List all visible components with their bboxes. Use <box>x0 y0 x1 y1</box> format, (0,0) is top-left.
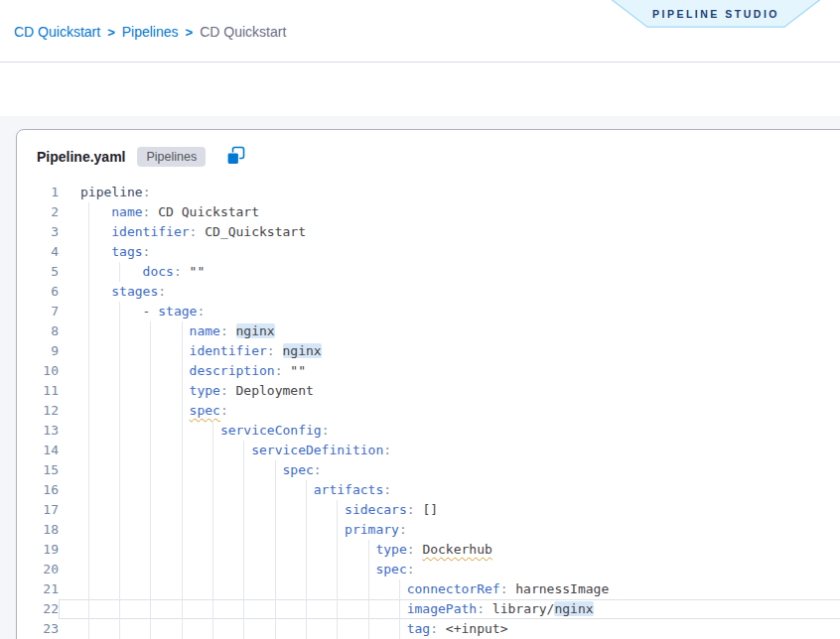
indent-guide <box>306 560 307 579</box>
indent-guide <box>150 500 151 520</box>
indent-guide <box>275 619 276 639</box>
copy-yaml-button[interactable] <box>225 146 246 167</box>
indent-guide <box>212 599 213 619</box>
yaml-token: stage <box>158 304 197 319</box>
editor-line[interactable]: 2name: CD Quickstart <box>17 202 840 222</box>
indent-guide <box>150 341 151 361</box>
line-number: 8 <box>17 321 59 341</box>
indent-guide <box>119 540 120 560</box>
indent-guide <box>306 619 307 639</box>
indent-guide <box>243 599 244 619</box>
indent-guide <box>150 441 151 460</box>
indent-guide <box>212 540 213 560</box>
indent-guide <box>182 520 183 540</box>
editor-line[interactable]: 17sidecars: [] <box>17 500 840 520</box>
indent-guide <box>368 619 369 639</box>
editor-line[interactable]: 7- stage: <box>17 302 840 321</box>
indent-guide <box>119 381 120 401</box>
editor-line[interactable]: 5docs: "" <box>17 262 840 282</box>
editor-line[interactable]: 22imagePath: library/nginx <box>17 599 840 619</box>
indent-guide <box>368 599 369 619</box>
indent-guide <box>150 599 151 619</box>
editor-line[interactable]: 21connectorRef: harnessImage <box>17 579 840 599</box>
indent-guide <box>243 480 244 500</box>
yaml-token: harnessImage <box>515 581 609 596</box>
editor-line[interactable]: 10description: "" <box>17 361 840 381</box>
editor-line[interactable]: 11type: Deployment <box>17 381 840 401</box>
editor-line[interactable]: 16artifacts: <box>17 480 840 500</box>
indent-guide <box>119 341 120 361</box>
yaml-token: : <box>143 185 151 199</box>
line-number: 17 <box>17 500 59 520</box>
editor-line[interactable]: 15spec: <box>17 460 840 480</box>
indent-guide <box>337 500 338 520</box>
indent-guide <box>275 560 276 579</box>
indent-guide <box>182 401 183 421</box>
indent-guide <box>399 599 400 619</box>
yaml-token: : <box>220 403 228 418</box>
editor-line[interactable]: 14serviceDefinition: <box>17 441 840 460</box>
yaml-token: : <box>220 323 236 338</box>
indent-guide <box>337 619 338 639</box>
indent-guide <box>306 599 307 619</box>
yaml-token: spec <box>190 403 220 418</box>
yaml-token: artifacts <box>314 482 383 497</box>
indent-guide <box>212 500 213 520</box>
editor-line[interactable]: 19type: Dockerhub <box>17 540 840 560</box>
editor-line[interactable]: 18primary: <box>17 520 840 540</box>
indent-guide <box>88 619 89 639</box>
indent-guide <box>88 381 89 401</box>
line-number: 13 <box>17 421 59 441</box>
indent-guide <box>119 480 120 500</box>
indent-guide <box>212 460 213 480</box>
editor-line[interactable]: 6stages: <box>17 282 840 302</box>
yaml-token: nginx <box>236 323 275 338</box>
indent-guide <box>88 421 89 441</box>
editor-line[interactable]: 12spec: <box>17 401 840 421</box>
breadcrumb-separator-icon: > <box>107 25 115 40</box>
entity-type-badge: Pipelines <box>137 147 206 167</box>
editor-line[interactable]: 23tag: <+input> <box>17 619 840 639</box>
indent-guide <box>88 480 89 500</box>
yaml-token: : <box>158 284 166 299</box>
yaml-token: : <box>220 383 236 398</box>
editor-line[interactable]: 4tags: <box>17 242 840 262</box>
indent-guide <box>399 619 400 639</box>
indent-guide <box>88 262 89 282</box>
editor-line[interactable]: 20spec: <box>17 560 840 579</box>
yaml-token: : <box>383 482 391 497</box>
yaml-editor[interactable]: 1pipeline:2name: CD Quickstart3identifie… <box>17 183 840 639</box>
pipeline-studio-page: CD Quickstart>Pipelines>CD Quickstart PI… <box>0 0 840 639</box>
indent-guide <box>119 579 120 599</box>
indent-guide <box>337 579 338 599</box>
yaml-token: : <box>275 363 291 378</box>
yaml-token: serviceDefinition <box>251 443 383 457</box>
breadcrumb-link[interactable]: Pipelines <box>122 24 179 40</box>
yaml-filename: Pipeline.yaml <box>37 149 125 165</box>
indent-guide <box>119 560 120 579</box>
line-number: 7 <box>17 302 59 321</box>
line-number: 20 <box>17 560 59 579</box>
yaml-editor-card: Pipeline.yaml Pipelines 1pipeline:2name:… <box>16 129 840 639</box>
breadcrumb-link[interactable]: CD Quickstart <box>14 24 100 40</box>
indent-guide <box>368 579 369 599</box>
indent-guide <box>182 480 183 500</box>
line-number: 21 <box>17 579 59 599</box>
yaml-token: name <box>190 323 220 338</box>
editor-line[interactable]: 8name: nginx <box>17 321 840 341</box>
indent-guide <box>150 381 151 401</box>
yaml-token: Deployment <box>236 383 314 398</box>
editor-line[interactable]: 1pipeline: <box>17 183 840 202</box>
indent-guide <box>182 540 183 560</box>
indent-guide <box>88 242 89 262</box>
indent-guide <box>212 619 213 639</box>
editor-line[interactable]: 13serviceConfig: <box>17 421 840 441</box>
indent-guide <box>337 599 338 619</box>
editor-line[interactable]: 9identifier: nginx <box>17 341 840 361</box>
indent-guide <box>88 282 89 302</box>
indent-guide <box>88 302 89 321</box>
indent-guide <box>243 540 244 560</box>
yaml-token: type <box>190 383 220 398</box>
line-number: 1 <box>17 183 59 202</box>
editor-line[interactable]: 3identifier: CD_Quickstart <box>17 222 840 242</box>
